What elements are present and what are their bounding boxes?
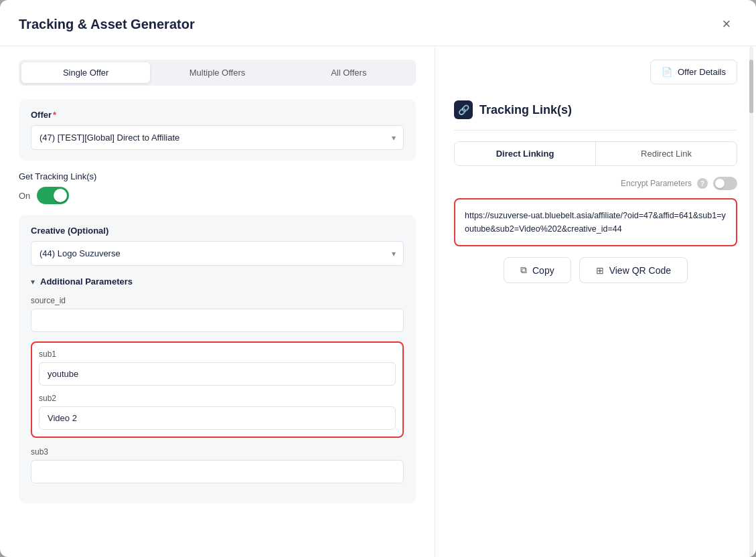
- tracking-toggle-switch[interactable]: [37, 187, 69, 204]
- sub2-label: sub2: [39, 394, 396, 403]
- sub3-input[interactable]: [31, 460, 404, 483]
- tab-redirect-link[interactable]: Redirect Link: [596, 142, 737, 165]
- tracking-link-section: 🔗 Tracking Link(s) Direct Linking Redire…: [454, 95, 737, 283]
- qr-icon: ⊞: [596, 265, 604, 276]
- encrypt-toggle[interactable]: [713, 177, 737, 190]
- encrypt-label: Encrypt Parameters: [621, 179, 692, 188]
- chevron-down-icon: ▾: [31, 277, 35, 287]
- sub2-input[interactable]: [39, 406, 396, 430]
- creative-select[interactable]: (44) Logo Suzuverse: [31, 241, 404, 266]
- creative-section: Creative (Optional) (44) Logo Suzuverse …: [19, 215, 416, 503]
- offer-section: Offer* (47) [TEST][Global] Direct to Aff…: [19, 99, 416, 161]
- tracking-asset-generator-modal: Tracking & Asset Generator × Single Offe…: [0, 0, 756, 557]
- sub1-field: sub1: [39, 349, 396, 386]
- modal-header: Tracking & Asset Generator ×: [0, 0, 756, 46]
- offer-select-wrapper: (47) [TEST][Global] Direct to Affiliate …: [31, 125, 404, 150]
- tracking-url-box: https://suzuverse-uat.bluebelt.asia/affi…: [454, 198, 737, 246]
- file-icon: 📄: [662, 67, 672, 77]
- toggle-slider: [37, 187, 69, 204]
- copy-button[interactable]: ⧉ Copy: [504, 257, 571, 283]
- tab-multiple-offers[interactable]: Multiple Offers: [153, 62, 281, 83]
- link-type-tabs: Direct Linking Redirect Link: [454, 141, 737, 166]
- tracking-toggle-row: On: [19, 187, 416, 204]
- creative-label: Creative (Optional): [31, 226, 404, 236]
- sub1-label: sub1: [39, 349, 396, 359]
- right-panel: 📄 Offer Details 🔗 Tracking Link(s) Direc…: [435, 46, 756, 557]
- encrypt-slider: [713, 177, 737, 190]
- offer-details-button[interactable]: 📄 Offer Details: [650, 60, 737, 84]
- close-button[interactable]: ×: [716, 13, 737, 35]
- link-icon: 🔗: [454, 100, 473, 119]
- tab-direct-linking[interactable]: Direct Linking: [455, 142, 596, 165]
- tab-all-offers[interactable]: All Offers: [285, 62, 413, 83]
- source-id-label: source_id: [31, 296, 404, 305]
- tracking-link-title: Tracking Link(s): [479, 103, 572, 117]
- tracking-link-header: 🔗 Tracking Link(s): [454, 95, 737, 119]
- scrollbar-thumb[interactable]: [749, 60, 753, 113]
- additional-params-header[interactable]: ▾ Additional Parameters: [31, 276, 404, 287]
- left-panel: Single Offer Multiple Offers All Offers …: [0, 46, 435, 557]
- source-id-field: source_id: [31, 296, 404, 332]
- modal-body: Single Offer Multiple Offers All Offers …: [0, 46, 756, 557]
- highlighted-fields: sub1 sub2: [31, 341, 404, 438]
- creative-select-wrapper: (44) Logo Suzuverse ▾: [31, 241, 404, 266]
- additional-params-label: Additional Parameters: [40, 276, 133, 287]
- offer-type-tabs: Single Offer Multiple Offers All Offers: [19, 60, 416, 86]
- action-buttons-row: ⧉ Copy ⊞ View QR Code: [454, 257, 737, 283]
- encrypt-row: Encrypt Parameters ?: [454, 177, 737, 190]
- scrollbar-track: [749, 46, 753, 557]
- sub1-input[interactable]: [39, 362, 396, 386]
- sub3-field: sub3: [31, 447, 404, 483]
- copy-icon: ⧉: [520, 264, 527, 276]
- offer-label: Offer*: [31, 110, 404, 120]
- view-qr-code-button[interactable]: ⊞ View QR Code: [579, 257, 688, 283]
- source-id-input[interactable]: [31, 309, 404, 332]
- divider: [454, 130, 737, 131]
- tracking-toggle-label: Get Tracking Link(s): [19, 171, 416, 181]
- sub2-field: sub2: [39, 394, 396, 430]
- offer-select[interactable]: (47) [TEST][Global] Direct to Affiliate: [31, 125, 404, 150]
- help-icon[interactable]: ?: [697, 178, 708, 189]
- tracking-toggle-section: Get Tracking Link(s) On: [19, 171, 416, 204]
- modal-title: Tracking & Asset Generator: [19, 17, 195, 32]
- toggle-on-text: On: [19, 191, 30, 201]
- sub3-label: sub3: [31, 447, 404, 457]
- tab-single-offer[interactable]: Single Offer: [21, 62, 150, 83]
